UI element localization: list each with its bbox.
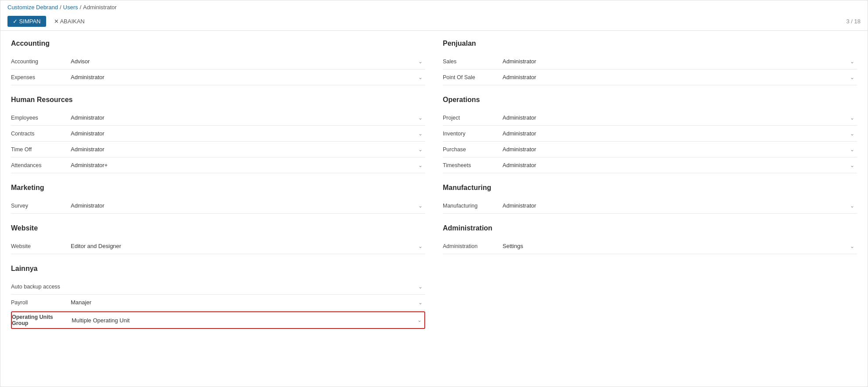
select-accounting[interactable]: Advisor ⌄ [68,58,425,65]
select-pos[interactable]: Administrator ⌄ [500,74,857,80]
label-purchase: Purchase [443,146,500,153]
save-button[interactable]: ✓ SIMPAN [7,16,46,27]
page-counter: 3 / 18 [846,18,861,25]
select-operating-units[interactable]: Multiple Operating Unit ⌄ [69,317,424,324]
value-expenses: Administrator [71,74,416,80]
value-purchase: Administrator [503,146,847,153]
field-inventory: Inventory Administrator ⌄ [443,126,857,142]
label-administration: Administration [443,243,500,249]
field-expenses: Expenses Administrator ⌄ [11,69,425,85]
chevron-administration: ⌄ [850,243,854,249]
section-administration: Administration Administration Settings ⌄ [443,224,857,254]
label-project: Project [443,115,500,121]
breadcrumb-users[interactable]: Users [63,4,78,11]
section-lainnya: Lainnya Auto backup access ⌄ Payroll Man… [11,265,425,329]
label-operating-units: Operating Units Group [12,314,69,326]
section-title-accounting: Accounting [11,40,425,49]
chevron-autobackup: ⌄ [418,284,423,290]
value-payroll: Manajer [71,299,416,306]
value-survey: Administrator [71,202,416,209]
field-pos: Point Of Sale Administrator ⌄ [443,69,857,85]
value-website: Editor and Designer [71,243,416,249]
chevron-purchase: ⌄ [850,146,854,153]
select-purchase[interactable]: Administrator ⌄ [500,146,857,153]
select-survey[interactable]: Administrator ⌄ [68,202,425,209]
chevron-timeoff: ⌄ [418,146,423,153]
value-project: Administrator [503,114,847,121]
label-sales: Sales [443,58,500,65]
chevron-expenses: ⌄ [418,74,423,80]
select-manufacturing[interactable]: Administrator ⌄ [500,202,857,209]
section-operations: Operations Project Administrator ⌄ Inven… [443,96,857,173]
field-project: Project Administrator ⌄ [443,110,857,126]
chevron-manufacturing: ⌄ [850,203,854,209]
section-title-manufacturing: Manufacturing [443,184,857,194]
discard-button[interactable]: ✕ ABAIKAN [50,16,89,27]
chevron-project: ⌄ [850,115,854,121]
label-timesheets: Timesheets [443,162,500,168]
value-inventory: Administrator [503,130,847,137]
value-manufacturing: Administrator [503,202,847,209]
chevron-website: ⌄ [418,243,423,249]
chevron-payroll: ⌄ [418,299,423,306]
section-hr: Human Resources Employees Administrator … [11,96,425,173]
select-autobackup[interactable]: ⌄ [68,284,425,290]
select-expenses[interactable]: Administrator ⌄ [68,74,425,80]
select-payroll[interactable]: Manajer ⌄ [68,299,425,306]
label-payroll: Payroll [11,299,68,306]
field-accounting: Accounting Advisor ⌄ [11,54,425,69]
chevron-pos: ⌄ [850,74,854,80]
field-payroll: Payroll Manajer ⌄ [11,295,425,310]
label-contracts: Contracts [11,131,68,137]
select-attendances[interactable]: Administrator+ ⌄ [68,162,425,168]
field-attendances: Attendances Administrator+ ⌄ [11,157,425,173]
chevron-operating-units: ⌄ [417,317,422,323]
value-timesheets: Administrator [503,162,847,168]
select-employees[interactable]: Administrator ⌄ [68,114,425,121]
select-timesheets[interactable]: Administrator ⌄ [500,162,857,168]
field-autobackup: Auto backup access ⌄ [11,279,425,295]
field-timeoff: Time Off Administrator ⌄ [11,142,425,157]
breadcrumb: Customize Debrand / Users / Administrato… [7,4,861,11]
field-manufacturing: Manufacturing Administrator ⌄ [443,198,857,214]
label-manufacturing: Manufacturing [443,203,500,209]
value-employees: Administrator [71,114,416,121]
value-pos: Administrator [503,74,847,80]
section-title-lainnya: Lainnya [11,265,425,274]
field-operating-units: Operating Units Group Multiple Operating… [11,311,425,329]
select-timeoff[interactable]: Administrator ⌄ [68,146,425,153]
breadcrumb-customize[interactable]: Customize Debrand [7,4,58,11]
field-employees: Employees Administrator ⌄ [11,110,425,126]
select-inventory[interactable]: Administrator ⌄ [500,130,857,137]
label-survey: Survey [11,203,68,209]
section-title-penjualan: Penjualan [443,40,857,49]
label-employees: Employees [11,115,68,121]
section-title-hr: Human Resources [11,96,425,106]
label-attendances: Attendances [11,162,68,168]
field-website: Website Editor and Designer ⌄ [11,238,425,254]
value-sales: Administrator [503,58,847,65]
section-accounting: Accounting Accounting Advisor ⌄ Expenses… [11,40,425,85]
select-website[interactable]: Editor and Designer ⌄ [68,243,425,249]
select-administration[interactable]: Settings ⌄ [500,243,857,249]
select-sales[interactable]: Administrator ⌄ [500,58,857,65]
section-title-website: Website [11,224,425,234]
chevron-employees: ⌄ [418,115,423,121]
label-pos: Point Of Sale [443,74,500,80]
label-website: Website [11,243,68,249]
section-title-marketing: Marketing [11,184,425,194]
field-timesheets: Timesheets Administrator ⌄ [443,157,857,173]
select-contracts[interactable]: Administrator ⌄ [68,130,425,137]
section-penjualan: Penjualan Sales Administrator ⌄ Point Of… [443,40,857,85]
toolbar-left: ✓ SIMPAN ✕ ABAIKAN [7,16,89,27]
select-project[interactable]: Administrator ⌄ [500,114,857,121]
chevron-timesheets: ⌄ [850,162,854,168]
section-title-operations: Operations [443,96,857,106]
field-contracts: Contracts Administrator ⌄ [11,126,425,142]
field-sales: Sales Administrator ⌄ [443,54,857,69]
value-accounting: Advisor [71,58,416,65]
value-operating-units: Multiple Operating Unit [72,317,415,324]
value-timeoff: Administrator [71,146,416,153]
chevron-sales: ⌄ [850,58,854,65]
label-expenses: Expenses [11,74,68,80]
